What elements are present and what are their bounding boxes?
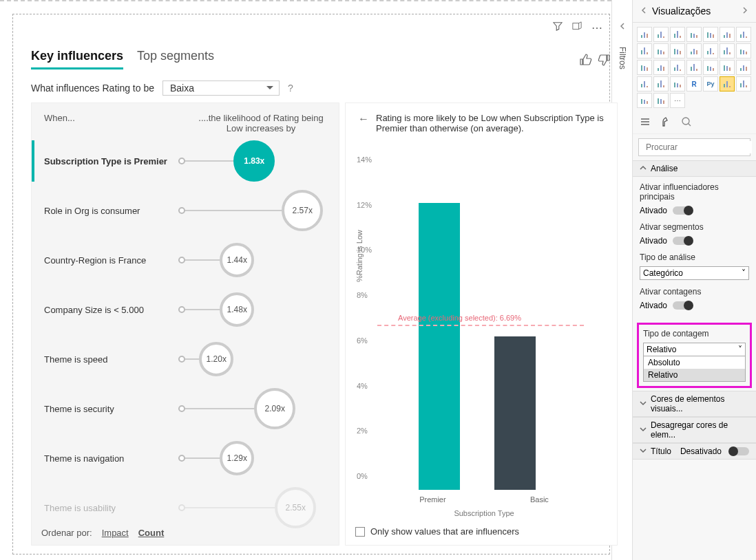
viz-funnel[interactable] — [670, 60, 685, 75]
viz-slicer[interactable] — [637, 76, 652, 91]
influencer-label: Theme is speed — [44, 354, 178, 365]
viz-stacked-area[interactable] — [736, 27, 751, 42]
tab-top-segments[interactable]: Top segments — [137, 49, 214, 69]
thumbs-up-icon[interactable] — [579, 53, 593, 70]
viz-line-column[interactable] — [637, 43, 652, 58]
viz-table[interactable] — [653, 76, 669, 91]
viz-ribbon[interactable] — [653, 43, 669, 58]
section-analysis[interactable]: Análise — [633, 160, 756, 177]
svg-rect-78 — [746, 85, 747, 87]
svg-rect-37 — [724, 50, 725, 54]
viz-more[interactable]: ⋯ — [670, 93, 685, 108]
section-title[interactable]: Título Desativado — [633, 443, 756, 460]
influencer-bubble[interactable]: 1.20x — [199, 342, 233, 376]
viz-py-visual[interactable]: Py — [703, 76, 718, 91]
rating-value-dropdown[interactable]: Baixa — [162, 80, 280, 96]
viz-treemap[interactable] — [736, 43, 751, 58]
tab-key-influencers[interactable]: Key influencers — [31, 49, 123, 69]
influencer-row[interactable]: Company Size is < 5.0001.48x — [32, 285, 339, 334]
x-axis-ticks: PremierBasic — [377, 495, 591, 504]
influencer-row[interactable]: Theme is speed1.20x — [32, 334, 339, 384]
toggle-enable-segments[interactable] — [673, 237, 692, 245]
viz-area[interactable] — [720, 27, 735, 42]
count-type-dropdown[interactable]: Relativo ˅ — [643, 343, 746, 356]
toggle-enable-ki[interactable] — [673, 206, 692, 215]
viz-donut[interactable] — [720, 43, 735, 58]
influencer-bubble[interactable]: 1.48x — [220, 292, 254, 327]
influencer-bubble[interactable]: 2.55x — [275, 487, 316, 528]
viz-multi-card[interactable] — [720, 60, 735, 75]
svg-rect-27 — [663, 52, 664, 54]
bar-chart: 0%2%4%6%8%10%12%14%Average (excluding se… — [377, 160, 591, 490]
svg-rect-63 — [746, 67, 747, 71]
influencer-row[interactable]: Country-Region is France1.44x — [32, 235, 339, 285]
fields-tab-icon[interactable] — [640, 116, 651, 129]
sort-count[interactable]: Count — [138, 528, 165, 538]
focus-mode-icon[interactable] — [572, 21, 582, 34]
count-type-highlight: Tipo de contagem Relativo ˅ Absoluto Rel… — [637, 323, 752, 388]
viz-kpi[interactable] — [736, 60, 751, 75]
viz-map[interactable] — [637, 60, 652, 75]
format-tab-icon[interactable] — [660, 116, 671, 129]
viz-line[interactable] — [703, 27, 718, 42]
back-arrow-icon[interactable]: ← — [358, 113, 369, 133]
viz-clustered-column[interactable] — [686, 27, 702, 42]
filter-icon[interactable] — [553, 21, 563, 34]
influencer-row[interactable]: Theme is navigation1.29x — [32, 433, 339, 483]
influencer-bubble[interactable]: 2.09x — [254, 388, 295, 429]
section-visual-colors[interactable]: Cores de elementos visuais... — [633, 391, 756, 417]
viz-card[interactable] — [703, 60, 718, 75]
toggle-state-label: Desativado — [680, 446, 722, 456]
option-relative[interactable]: Relativo — [644, 369, 745, 381]
report-canvas[interactable]: ⋯ Key influencers Top segments What infl… — [0, 0, 611, 560]
influencer-bubble[interactable]: 2.57x — [282, 190, 323, 231]
analytics-tab-icon[interactable] — [681, 116, 692, 129]
bar-basic[interactable] — [494, 336, 536, 490]
help-icon[interactable]: ? — [288, 83, 293, 94]
viz-pie[interactable] — [703, 43, 718, 58]
influencer-row[interactable]: Subscription Type is Premier1.83x — [32, 136, 339, 186]
svg-rect-81 — [647, 101, 648, 104]
expand-filters-icon[interactable] — [618, 21, 627, 33]
more-options-icon[interactable]: ⋯ — [591, 21, 602, 34]
viz-clustered-bar[interactable] — [653, 27, 669, 42]
viz-scatter[interactable] — [686, 43, 702, 58]
viz-gauge[interactable] — [686, 60, 702, 75]
search-box[interactable] — [638, 138, 750, 156]
viz-decomposition[interactable] — [736, 76, 751, 91]
svg-rect-42 — [746, 52, 747, 54]
influencer-bubble[interactable]: 1.29x — [220, 441, 254, 475]
only-influencers-checkbox[interactable] — [355, 527, 365, 537]
option-absolute[interactable]: Absoluto — [644, 356, 745, 369]
viz-key-influencers[interactable] — [720, 76, 735, 91]
section-drill-colors[interactable]: Desagregar cores de elem... — [633, 417, 756, 443]
influencer-bubble[interactable]: 1.44x — [220, 243, 254, 277]
viz-r-visual[interactable]: R — [686, 76, 702, 91]
influencer-bubble[interactable]: 1.83x — [233, 140, 275, 182]
sort-impact[interactable]: Impact — [102, 528, 129, 538]
viz-qa[interactable] — [637, 93, 652, 108]
expand-panel-icon[interactable] — [741, 6, 749, 17]
viz-waterfall[interactable] — [670, 43, 685, 58]
svg-rect-22 — [641, 50, 642, 54]
count-type-options: Absoluto Relativo — [643, 356, 746, 382]
influencer-row[interactable]: Theme is usability2.55x — [32, 483, 339, 532]
thumbs-down-icon[interactable] — [597, 53, 611, 70]
analysis-type-dropdown[interactable]: Categórico ˅ — [640, 266, 749, 280]
viz-filled-map[interactable] — [653, 60, 669, 75]
toggle-enable-counts[interactable] — [673, 301, 692, 310]
collapse-panel-icon[interactable] — [640, 6, 648, 17]
viz-stacked-column[interactable] — [670, 27, 685, 42]
viz-stacked-bar[interactable] — [637, 27, 652, 42]
influencer-row[interactable]: Theme is security2.09x — [32, 384, 339, 433]
visual-selection-frame[interactable]: ⋯ Key influencers Top segments What infl… — [12, 14, 610, 554]
viz-paginated[interactable] — [653, 93, 669, 108]
influencer-row[interactable]: Role in Org is consumer2.57x — [32, 186, 339, 235]
bar-premier[interactable] — [419, 203, 460, 490]
y-tick: 6% — [357, 336, 368, 345]
svg-rect-52 — [691, 67, 692, 71]
toggle-title[interactable] — [730, 447, 749, 455]
search-input[interactable] — [643, 141, 752, 153]
svg-rect-46 — [658, 68, 659, 71]
viz-matrix[interactable] — [670, 76, 685, 91]
